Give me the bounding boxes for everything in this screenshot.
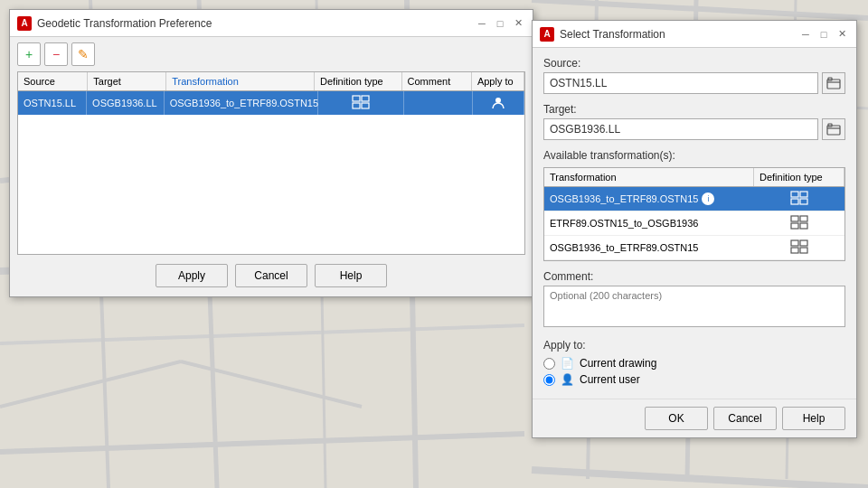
apply-drawing-radio[interactable] bbox=[543, 358, 555, 370]
table-header: Source Target Transformation Definition … bbox=[18, 72, 524, 91]
apply-user-radio[interactable] bbox=[543, 374, 555, 386]
browse-icon bbox=[826, 77, 841, 89]
row-applyto bbox=[473, 91, 524, 115]
svg-point-27 bbox=[495, 98, 501, 103]
apply-drawing-label: Current drawing bbox=[580, 357, 656, 370]
source-input[interactable] bbox=[543, 72, 818, 94]
comment-textarea[interactable] bbox=[543, 286, 845, 327]
user-icon bbox=[491, 96, 505, 110]
remove-transformation-button[interactable]: − bbox=[44, 42, 68, 66]
transform-table-header: Transformation Definition type bbox=[544, 168, 844, 187]
select-dialog-titlebar: A Select Transformation ─ □ ✕ bbox=[533, 21, 856, 48]
transform-name-1: OSGB1936_to_ETRF89.OSTN15 i bbox=[544, 187, 754, 211]
help-button[interactable]: Help bbox=[315, 264, 387, 287]
select-help-button[interactable]: Help bbox=[782, 407, 845, 430]
drawing-icon: 📄 bbox=[561, 357, 574, 370]
main-dialog-titlebar: A Geodetic Transformation Preference ─ □… bbox=[10, 10, 533, 37]
edit-transformation-button[interactable]: ✎ bbox=[71, 42, 95, 66]
select-close-button[interactable]: ✕ bbox=[835, 27, 849, 42]
source-label: Source: bbox=[543, 57, 845, 70]
select-dialog-title: Select Transformation bbox=[560, 28, 798, 41]
grid-icon-3 bbox=[790, 239, 808, 256]
target-browse-icon bbox=[826, 123, 841, 136]
svg-rect-23 bbox=[353, 96, 360, 101]
apply-user-label: Current user bbox=[580, 373, 640, 386]
target-browse-button[interactable] bbox=[822, 118, 845, 140]
add-transformation-button[interactable]: + bbox=[17, 42, 41, 66]
svg-rect-43 bbox=[800, 248, 807, 253]
ok-button[interactable]: OK bbox=[645, 407, 708, 430]
svg-rect-32 bbox=[791, 192, 798, 197]
transform-row-3[interactable]: OSGB1936_to_ETRF89.OSTN15 bbox=[544, 236, 844, 260]
svg-rect-25 bbox=[353, 103, 360, 108]
transform-name-3: OSGB1936_to_ETRF89.OSTN15 bbox=[544, 236, 754, 259]
grid-icon bbox=[352, 95, 370, 111]
row-target: OSGB1936.LL bbox=[87, 91, 165, 115]
header-source: Source bbox=[18, 72, 88, 90]
header-deftype: Definition type bbox=[315, 72, 402, 90]
select-maximize-button[interactable]: □ bbox=[816, 27, 831, 42]
minimize-button[interactable]: ─ bbox=[475, 16, 489, 31]
transformation-table: Source Target Transformation Definition … bbox=[17, 71, 525, 255]
header-target: Target bbox=[88, 72, 166, 90]
info-icon-1: i bbox=[702, 192, 714, 205]
select-titlebar-buttons: ─ □ ✕ bbox=[798, 27, 849, 42]
svg-rect-34 bbox=[791, 199, 798, 204]
main-dialog-title: Geodetic Transformation Preference bbox=[37, 17, 475, 30]
grid-icon-2 bbox=[790, 215, 808, 231]
available-transformations-label: Available transformation(s): bbox=[543, 149, 845, 162]
select-cancel-button[interactable]: Cancel bbox=[713, 407, 777, 430]
svg-rect-37 bbox=[800, 216, 807, 221]
svg-rect-35 bbox=[800, 199, 807, 204]
svg-rect-36 bbox=[791, 216, 798, 221]
main-dialog-footer: Apply Cancel Help bbox=[10, 255, 533, 296]
titlebar-buttons: ─ □ ✕ bbox=[475, 16, 525, 31]
svg-rect-24 bbox=[362, 96, 369, 101]
apply-user-row: 👤 Current user bbox=[543, 373, 845, 386]
header-transformation: Transformation bbox=[166, 72, 315, 90]
main-dialog: A Geodetic Transformation Preference ─ □… bbox=[9, 9, 533, 297]
transform-deftype-3 bbox=[754, 236, 844, 259]
transform-header-deftype: Definition type bbox=[754, 168, 844, 186]
app-icon: A bbox=[17, 16, 32, 31]
svg-rect-40 bbox=[791, 240, 798, 246]
select-dialog-body: Source: Target: bbox=[533, 48, 856, 399]
source-field-row bbox=[543, 72, 845, 94]
svg-rect-41 bbox=[800, 240, 807, 246]
target-field-row bbox=[543, 118, 845, 140]
row-comment bbox=[404, 91, 473, 115]
select-minimize-button[interactable]: ─ bbox=[798, 27, 813, 42]
transform-deftype-1 bbox=[754, 187, 844, 211]
grid-icon-1 bbox=[790, 191, 808, 207]
select-dialog-footer: OK Cancel Help bbox=[533, 399, 856, 437]
apply-drawing-row: 📄 Current drawing bbox=[543, 357, 845, 370]
header-applyto: Apply to bbox=[472, 72, 524, 90]
svg-rect-38 bbox=[791, 223, 798, 229]
select-transformation-dialog: A Select Transformation ─ □ ✕ Source: Ta… bbox=[532, 20, 857, 438]
row-transformation: OSGB1936_to_ETRF89.OSTN15 bbox=[165, 91, 318, 115]
table-row[interactable]: OSTN15.LL OSGB1936.LL OSGB1936_to_ETRF89… bbox=[18, 91, 524, 115]
target-input[interactable] bbox=[543, 118, 818, 140]
transform-deftype-2 bbox=[754, 211, 844, 235]
apply-to-label: Apply to: bbox=[543, 339, 845, 352]
transformation-list: Transformation Definition type OSGB1936_… bbox=[543, 167, 845, 261]
transform-row-2[interactable]: ETRF89.OSTN15_to_OSGB1936 bbox=[544, 211, 844, 236]
select-app-icon: A bbox=[540, 27, 554, 42]
row-deftype bbox=[318, 91, 404, 115]
cancel-button[interactable]: Cancel bbox=[235, 264, 307, 287]
maximize-button[interactable]: □ bbox=[493, 16, 507, 31]
transform-row-1[interactable]: OSGB1936_to_ETRF89.OSTN15 i bbox=[544, 187, 844, 211]
header-comment: Comment bbox=[402, 72, 472, 90]
svg-rect-33 bbox=[800, 192, 807, 197]
user-icon: 👤 bbox=[561, 373, 574, 386]
main-toolbar: + − ✎ bbox=[10, 37, 533, 71]
apply-button[interactable]: Apply bbox=[156, 264, 228, 287]
transform-name-2: ETRF89.OSTN15_to_OSGB1936 bbox=[544, 211, 754, 235]
table-body: OSTN15.LL OSGB1936.LL OSGB1936_to_ETRF89… bbox=[18, 91, 524, 254]
source-browse-button[interactable] bbox=[822, 72, 845, 94]
close-button[interactable]: ✕ bbox=[511, 16, 525, 31]
comment-label: Comment: bbox=[543, 270, 845, 283]
svg-rect-42 bbox=[791, 248, 798, 253]
row-source: OSTN15.LL bbox=[18, 91, 87, 115]
target-label: Target: bbox=[543, 103, 845, 116]
